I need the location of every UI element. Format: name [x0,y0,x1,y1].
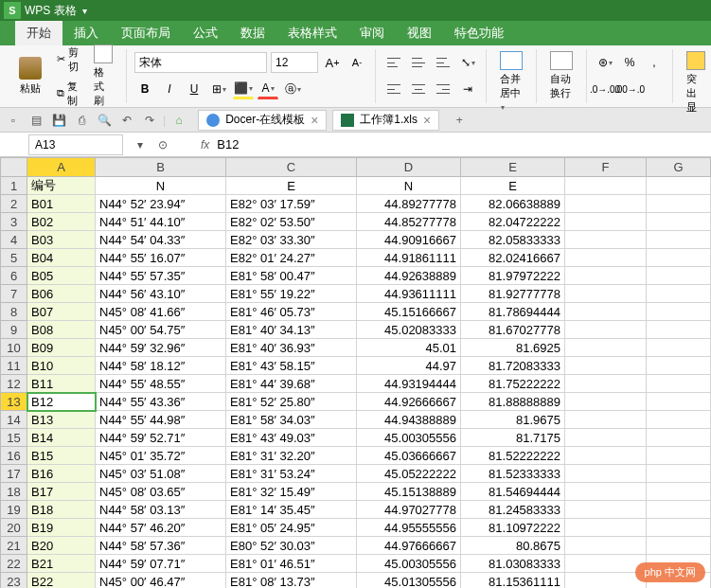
cell-7-G[interactable] [647,285,711,303]
cell-21-A[interactable]: B20 [27,537,96,555]
cell-10-C[interactable]: E81° 40′ 36.93″ [226,339,357,357]
cell-12-F[interactable] [565,375,647,393]
cell-16-C[interactable]: E81° 31′ 32.20″ [226,447,357,465]
copy-button[interactable]: ⧉ 复制 [53,78,82,110]
print-icon[interactable]: ⎙ [72,111,91,130]
cell-14-E[interactable]: 81.9675 [461,411,565,429]
cell-12-G[interactable] [647,375,711,393]
cell-6-C[interactable]: E81° 58′ 00.47″ [226,267,357,285]
cell-1-D[interactable]: N [357,177,461,195]
cell-11-G[interactable] [647,357,711,375]
cell-16-F[interactable] [565,447,647,465]
merge-center-button[interactable]: 合并居中▾ [494,49,528,114]
indent-button[interactable]: ⇥ [457,79,478,99]
cell-19-E[interactable]: 81.24583333 [461,501,565,519]
cell-7-A[interactable]: B06 [27,285,96,303]
cell-22-E[interactable]: 81.03083333 [461,555,565,573]
cell-3-C[interactable]: E82° 02′ 53.50″ [226,213,357,231]
row-header-14[interactable]: 14 [1,411,27,429]
cell-10-A[interactable]: B09 [27,339,96,357]
cell-11-D[interactable]: 44.97 [357,357,461,375]
cell-12-D[interactable]: 44.93194444 [357,375,461,393]
underline-button[interactable]: U [184,79,204,99]
paste-button[interactable]: 粘贴 [13,55,47,98]
row-header-20[interactable]: 20 [1,519,27,537]
italic-button[interactable]: I [159,79,180,99]
percent-button[interactable]: % [619,52,640,73]
title-dropdown-icon[interactable]: ▾ [82,6,87,16]
phonetic-button[interactable]: ⓐ▾ [282,79,303,99]
cell-12-B[interactable]: N44° 55′ 48.55″ [96,375,226,393]
font-color-button[interactable]: A▾ [258,79,278,99]
row-header-21[interactable]: 21 [1,537,27,555]
row-header-9[interactable]: 9 [1,321,27,339]
cell-5-F[interactable] [565,249,647,267]
cell-20-A[interactable]: B19 [27,519,96,537]
cell-3-D[interactable]: 44.85277778 [357,213,461,231]
row-header-3[interactable]: 3 [1,213,27,231]
cell-2-F[interactable] [565,195,647,213]
formula-bar[interactable]: B12 [209,137,711,151]
cell-18-G[interactable] [647,483,711,501]
cell-4-G[interactable] [647,231,711,249]
row-header-7[interactable]: 7 [1,285,27,303]
increase-font-button[interactable]: A+ [322,52,343,73]
cell-15-A[interactable]: B14 [27,429,96,447]
cell-21-E[interactable]: 80.8675 [461,537,565,555]
cell-5-E[interactable]: 82.02416667 [461,249,565,267]
cell-3-F[interactable] [565,213,647,231]
cell-12-C[interactable]: E81° 44′ 39.68″ [226,375,357,393]
cell-18-C[interactable]: E81° 32′ 15.49″ [226,483,357,501]
cell-9-G[interactable] [647,321,711,339]
cell-20-D[interactable]: 44.95555556 [357,519,461,537]
save-icon[interactable]: 💾 [49,111,68,130]
cell-10-D[interactable]: 45.01 [357,339,461,357]
align-left-button[interactable] [383,79,404,99]
cell-17-F[interactable] [565,465,647,483]
grid[interactable]: ABCDEFG1编号NENE2B01N44° 52′ 23.94″E82° 03… [0,157,711,588]
cell-7-F[interactable] [565,285,647,303]
cell-13-E[interactable]: 81.88888889 [461,393,565,411]
cell-19-C[interactable]: E81° 14′ 35.45″ [226,501,357,519]
cell-16-B[interactable]: N45° 01′ 35.72″ [96,447,226,465]
col-header-E[interactable]: E [461,158,565,177]
cell-18-E[interactable]: 81.54694444 [461,483,565,501]
cut-button[interactable]: ✂ 剪切 [53,44,82,76]
cell-20-E[interactable]: 81.10972222 [461,519,565,537]
fx-label[interactable]: fx [201,138,209,151]
row-header-5[interactable]: 5 [1,249,27,267]
cell-8-G[interactable] [647,303,711,321]
cell-18-A[interactable]: B17 [27,483,96,501]
cell-7-B[interactable]: N44° 56′ 43.10″ [96,285,226,303]
cell-1-F[interactable] [565,177,647,195]
cell-10-B[interactable]: N44° 59′ 32.96″ [96,339,226,357]
menu-item-6[interactable]: 审阅 [348,21,396,45]
new-file-icon[interactable]: ▫ [4,111,23,130]
cell-19-D[interactable]: 44.97027778 [357,501,461,519]
cell-3-A[interactable]: B02 [27,213,96,231]
highlight-button[interactable]: 突出显 [681,49,711,116]
cell-7-C[interactable]: E81° 55′ 19.22″ [226,285,357,303]
cell-4-F[interactable] [565,231,647,249]
cell-13-A[interactable]: B12 [27,393,96,411]
cell-19-F[interactable] [565,501,647,519]
align-right-button[interactable] [433,79,453,99]
cell-4-B[interactable]: N44° 54′ 04.33″ [96,231,226,249]
menu-item-8[interactable]: 特色功能 [443,21,515,45]
open-file-icon[interactable]: ▤ [27,111,45,130]
cell-22-D[interactable]: 45.00305556 [357,555,461,573]
cell-10-F[interactable] [565,339,647,357]
cell-19-A[interactable]: B18 [27,501,96,519]
cell-21-G[interactable] [647,537,711,555]
menu-item-7[interactable]: 视图 [396,21,443,45]
align-center-button[interactable] [408,79,429,99]
cell-10-E[interactable]: 81.6925 [461,339,565,357]
cell-20-C[interactable]: E81° 05′ 24.95″ [226,519,357,537]
cell-22-B[interactable]: N44° 59′ 07.71″ [96,555,226,573]
row-header-4[interactable]: 4 [1,231,27,249]
row-header-23[interactable]: 23 [1,573,27,589]
cell-11-A[interactable]: B10 [27,357,96,375]
row-header-10[interactable]: 10 [1,339,27,357]
row-header-22[interactable]: 22 [1,555,27,573]
border-button[interactable]: ⊞▾ [208,79,229,99]
